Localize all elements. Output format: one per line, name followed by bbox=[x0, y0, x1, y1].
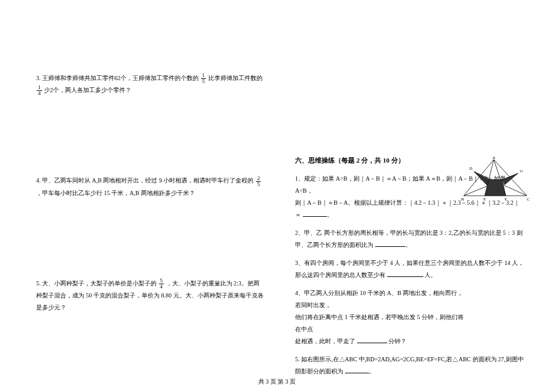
p-l3-text-b: 比李师傅加工件数的 bbox=[208, 75, 263, 81]
fig-label-d: D bbox=[469, 166, 472, 171]
left-column: 3. 王师傅和李师傅共加工零件62个，王师傅加工零件的个数的 1 5 比李师傅加… bbox=[36, 72, 265, 361]
frac-den: 4 bbox=[159, 284, 164, 290]
problem-right-5: 5. 如右图所示,在△ABC 中,BD=2AD,AG=2CG,BE=EF=FC,… bbox=[295, 353, 524, 378]
fig-label-g: G bbox=[520, 169, 523, 173]
frac-den: 4 bbox=[37, 91, 42, 96]
problem-right-3: 3、有四个房间，每个房间里不少于 4 人，如果任意三个房间里的总人数不少于 14… bbox=[295, 257, 524, 281]
p-r3-text-b: 人。 bbox=[425, 272, 437, 278]
fig-label-c: C bbox=[527, 197, 530, 202]
fraction-2-5: 2 5 bbox=[256, 176, 261, 187]
p-r4-text-b: 他们将在距离中点 1 千米处相遇，若甲晚出发 5 分钟，则他们将在中点 bbox=[295, 314, 464, 332]
p-r1-text-b: 则｜A－B｜＝B－A。根据以上规律计算：｜4.2－1.3｜＋｜2.3－5.6｜＋… bbox=[295, 199, 520, 218]
blank-answer[interactable] bbox=[387, 270, 423, 277]
triangle-figure-icon: A D G B E F C bbox=[461, 157, 530, 202]
p-l4-text-a: 4. 甲、乙两车同时从 A,B 两地相对开出，经过 9 小时相遇，相遇时甲车行了… bbox=[36, 177, 254, 184]
blank-answer[interactable] bbox=[357, 336, 387, 343]
problem-right-4: 4、甲乙两人分别从相距 10 千米的 A、B 两地出发，相向而行，若同时出发， … bbox=[295, 287, 464, 347]
p-r2-text: 2、甲、乙 两个长方形的周长相等，甲的长与宽的比是 3：2,乙的长与宽的比是 5… bbox=[295, 229, 523, 248]
blank-answer[interactable] bbox=[303, 210, 327, 217]
blank-answer[interactable] bbox=[345, 366, 369, 373]
fig-label-f: F bbox=[505, 197, 507, 202]
fraction-1-5: 1 5 bbox=[201, 73, 207, 84]
p-l5-text-a: 5. 大、小两种梨子，大梨子的单价是小梨子的 bbox=[36, 280, 157, 287]
fig-label-a: A bbox=[492, 157, 495, 160]
p-r4-text-d: 分钟？ bbox=[388, 338, 406, 344]
p-l3-text-c: 少2个，两人各加工多少个零件？ bbox=[44, 87, 131, 93]
p-l4-text-b: ，甲车每小时比乙车少行 15 千米，A,B 两地相距多少千米？ bbox=[36, 190, 195, 196]
problem-left-3: 3. 王师傅和李师傅共加工零件62个，王师傅加工零件的个数的 1 5 比李师傅加… bbox=[36, 72, 265, 96]
svg-marker-9 bbox=[474, 172, 489, 185]
p-r4-text-c: 处相遇，此时，甲走了 bbox=[295, 338, 355, 344]
page-content: 3. 王师傅和李师傅共加工零件62个，王师傅加工零件的个数的 1 5 比李师傅加… bbox=[0, 0, 554, 373]
p-r5-text-a: 5. 如右图所示,在△ABC 中,BD=2AD,AG=2CG,BE=EF=FC,… bbox=[295, 356, 524, 375]
problem-left-4: 4. 甲、乙两车同时从 A,B 两地相对开出，经过 9 小时相遇，相遇时甲车行了… bbox=[36, 175, 265, 199]
fraction-5-4: 5 4 bbox=[159, 278, 164, 290]
fig-label-e: E bbox=[484, 197, 486, 202]
frac-den: 5 bbox=[201, 79, 207, 84]
page-footer: 共 3 页 第 3 页 bbox=[0, 378, 554, 386]
p-r4-text-a: 4、甲乙两人分别从相距 10 千米的 A、B 两地出发，相向而行，若同时出发， bbox=[295, 290, 463, 308]
blank-answer[interactable] bbox=[375, 240, 405, 247]
p-l3-text-a: 3. 王师傅和李师傅共加工零件62个，王师傅加工零件的个数的 bbox=[36, 75, 199, 81]
problem-right-2: 2、甲、乙 两个长方形的周长相等，甲的长与宽的比是 3：2,乙的长与宽的比是 5… bbox=[295, 227, 524, 251]
fraction-1-4: 1 4 bbox=[37, 85, 42, 96]
frac-den: 5 bbox=[256, 182, 261, 187]
problem-left-5: 5. 大、小两种梨子，大梨子的单价是小梨子的 5 4 ，大、小梨子的重量比为 2… bbox=[36, 278, 265, 314]
right-column: 六、思维操练（每题 2 分，共 10 分） 1、规定：如果 A>B，则｜A－B｜… bbox=[295, 72, 524, 361]
fig-label-b: B bbox=[461, 197, 464, 202]
